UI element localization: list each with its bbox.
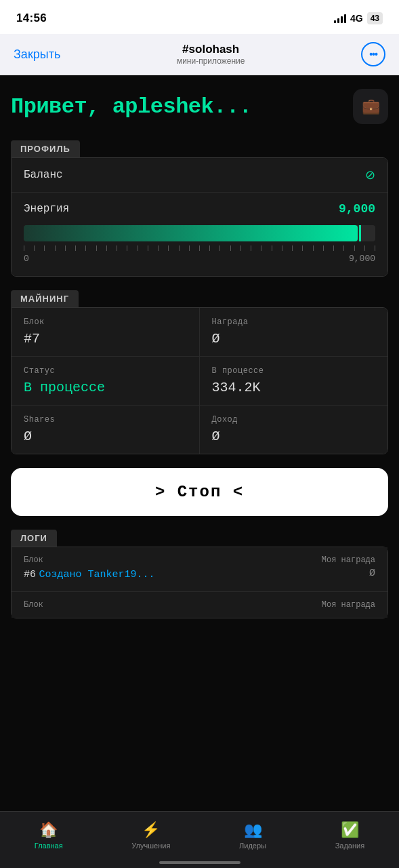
energy-min: 0 xyxy=(24,254,29,264)
in-process-value: 334.2K xyxy=(212,380,376,395)
energy-max: 9,000 xyxy=(349,254,375,264)
wallet-button[interactable]: 💼 xyxy=(353,89,388,124)
income-label: Доход xyxy=(212,415,376,425)
log-row-2-header: Блок Моя награда xyxy=(24,600,375,610)
leaders-label: Лидеры xyxy=(239,842,266,850)
log-block-num-1: #6 xyxy=(24,569,36,580)
status-cell: Статус В процессе xyxy=(12,357,200,406)
status-time: 14:56 xyxy=(16,12,47,25)
energy-header: Энергия 9,000 xyxy=(24,202,375,216)
more-button[interactable]: ••• xyxy=(361,42,385,66)
energy-row: Энергия 9,000 xyxy=(12,193,387,276)
nav-item-tasks[interactable]: ✅ Задания xyxy=(335,821,364,850)
nav-subtitle: мини-приложение xyxy=(177,56,245,66)
block-cell: Блок #7 xyxy=(12,308,200,357)
income-cell: Доход Ø xyxy=(200,406,388,454)
upgrades-icon: ⚡ xyxy=(142,821,160,839)
tasks-icon: ✅ xyxy=(341,821,359,839)
log-block-label-2: Блок xyxy=(24,600,43,610)
profile-section-header: ПРОФИЛЬ xyxy=(11,140,80,157)
log-row-1: Блок Моя награда #6 Создано Tanker19... … xyxy=(12,547,387,592)
upgrades-label: Улучшения xyxy=(131,842,170,850)
nav-item-upgrades[interactable]: ⚡ Улучшения xyxy=(131,821,170,850)
status-label: Статус xyxy=(24,366,187,376)
profile-section: ПРОФИЛЬ Баланс ⊘ Энергия 9,000 xyxy=(11,140,388,277)
mining-grid: Блок #7 Награда Ø Статус В процессе В пр… xyxy=(12,308,387,454)
balance-row: Баланс ⊘ xyxy=(12,158,387,193)
logs-section-header: ЛОГИ xyxy=(11,530,57,547)
mining-section: МАЙНИНГ Блок #7 Награда Ø Статус В проце… xyxy=(11,290,388,454)
status-bar: 14:56 4G 43 xyxy=(0,0,399,34)
logs-container: Блок Моя награда #6 Создано Tanker19... … xyxy=(11,547,388,618)
tasks-label: Задания xyxy=(335,842,364,850)
greeting-text: Привет, apleshek... xyxy=(11,94,251,119)
home-indicator xyxy=(159,861,240,864)
log-reward-value-1: Ø xyxy=(369,568,375,580)
shares-cell: Shares Ø xyxy=(12,406,200,454)
balance-label: Баланс xyxy=(24,169,63,181)
logs-section: ЛОГИ Блок Моя награда #6 Создано Tanker1… xyxy=(11,530,388,618)
nav-item-home[interactable]: 🏠 Главная xyxy=(35,821,63,850)
energy-value: 9,000 xyxy=(339,202,375,216)
nav-bar: Закрыть #solohash мини-приложение ••• xyxy=(0,34,399,75)
reward-value: Ø xyxy=(212,331,376,347)
energy-label: Энергия xyxy=(24,203,69,215)
log-block-creator-1: Создано Tanker19... xyxy=(39,569,154,580)
energy-bar xyxy=(24,225,375,241)
log-row-1-values: #6 Создано Tanker19... Ø xyxy=(24,568,375,580)
balance-value-icon: ⊘ xyxy=(365,167,375,182)
home-icon: 🏠 xyxy=(39,821,58,839)
energy-labels: 0 9,000 xyxy=(24,254,375,264)
block-value: #7 xyxy=(24,331,187,347)
stop-button[interactable]: > Стоп < xyxy=(11,468,388,516)
nav-item-leaders[interactable]: 👥 Лидеры xyxy=(239,821,266,850)
nav-title: #solohash xyxy=(177,43,245,56)
wallet-icon: 💼 xyxy=(362,98,380,115)
log-row-1-header: Блок Моя награда xyxy=(24,555,375,565)
mining-container: Блок #7 Награда Ø Статус В процессе В пр… xyxy=(11,307,388,454)
log-block-value-1: #6 Создано Tanker19... xyxy=(24,568,155,580)
network-label: 4G xyxy=(350,13,363,24)
income-value: Ø xyxy=(212,429,376,444)
main-content: Привет, apleshek... 💼 ПРОФИЛЬ Баланс ⊘ Э… xyxy=(0,75,399,855)
nav-center: #solohash мини-приложение xyxy=(177,43,245,66)
shares-label: Shares xyxy=(24,415,187,425)
reward-label: Награда xyxy=(212,317,376,327)
greeting-row: Привет, apleshek... 💼 xyxy=(11,89,388,124)
block-label: Блок xyxy=(24,317,187,327)
shares-value: Ø xyxy=(24,429,187,444)
log-row-2: Блок Моя награда xyxy=(12,592,387,618)
profile-container: Баланс ⊘ Энергия 9,000 xyxy=(11,157,388,277)
home-label: Главная xyxy=(35,842,63,850)
log-reward-label-1: Моя награда xyxy=(322,555,375,565)
energy-tick-marks xyxy=(24,245,375,251)
energy-bar-cursor xyxy=(359,225,361,241)
leaders-icon: 👥 xyxy=(244,821,262,839)
log-block-label-1: Блок xyxy=(24,555,43,565)
in-process-label: В процессе xyxy=(212,366,376,376)
reward-cell: Награда Ø xyxy=(200,308,388,357)
status-icons: 4G 43 xyxy=(334,12,383,24)
close-button[interactable]: Закрыть xyxy=(14,47,60,62)
more-icon: ••• xyxy=(369,49,377,60)
in-process-cell: В процессе 334.2K xyxy=(200,357,388,406)
battery-icon: 43 xyxy=(367,12,383,24)
status-value: В процессе xyxy=(24,380,187,395)
energy-bar-fill xyxy=(24,225,358,241)
log-reward-label-2: Моя награда xyxy=(322,600,375,610)
signal-icon xyxy=(334,14,346,23)
mining-section-header: МАЙНИНГ xyxy=(11,290,79,307)
bottom-nav: 🏠 Главная ⚡ Улучшения 👥 Лидеры ✅ Задания xyxy=(0,811,399,868)
